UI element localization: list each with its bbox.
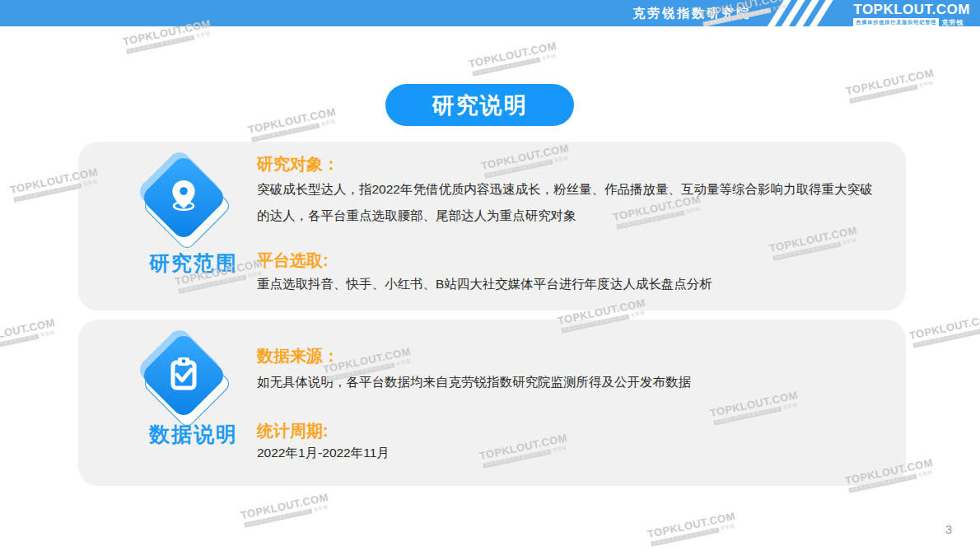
topklout-watermark: TOPKLOUT.COM自媒体价值排行及版权经纪管理克劳锐 [247,106,338,142]
map-pin-icon [162,175,205,217]
map-pin-diamond-icon [138,152,229,243]
topklout-watermark: TOPKLOUT.COM自媒体价值排行及版权经纪管理克劳锐 [468,40,559,77]
logo-brand-text: TOPKLOUT.COM [853,2,970,16]
clipboard-check-diamond-icon [138,330,229,421]
page-title: 研究说明 [385,84,574,126]
card-research-scope: 研究范围 研究对象： 突破成长型达人，指2022年凭借优质内容迅速成长，粉丝量、… [78,142,906,311]
institute-title: 克劳锐指数研究院 [632,6,751,21]
diagonal-stripes-decoration [772,0,822,26]
section-body: 重点选取抖音、快手、小红书、B站四大社交媒体平台进行年度达人成长盘点分析 [257,271,884,297]
topklout-watermark: TOPKLOUT.COM自媒体价值排行及版权经纪管理克劳锐 [240,492,331,528]
clipboard-check-icon [162,353,205,395]
logo-subline: 自媒体价值排行及版权经纪管理 克劳锐 [853,18,970,26]
page-number: 3 [945,522,952,536]
section-heading: 平台选取: [257,250,329,272]
section-heading: 统计周期: [257,420,329,442]
logo-brand-cn: 克劳锐 [941,18,964,26]
topklout-watermark: TOPKLOUT.COM自媒体价值排行及版权经纪管理克劳锐 [908,312,980,348]
section-body: 突破成长型达人，指2022年凭借优质内容迅速成长，粉丝量、作品播放量、互动量等综… [257,176,884,229]
topklout-watermark: TOPKLOUT.COM自媒体价值排行及版权经纪管理克劳锐 [845,68,936,104]
topklout-watermark: TOPKLOUT.COM自媒体价值排行及版权经纪管理克劳锐 [646,511,738,547]
card-label-research-scope: 研究范围 [111,250,276,277]
section-heading: 数据来源： [257,345,339,367]
logo-tagline: 自媒体价值排行及版权经纪管理 [853,18,939,26]
section-body: 2022年1月-2022年11月 [257,440,884,466]
slide-research-notes: 克劳锐指数研究院 TOPKLOUT.COM 自媒体价值排行及版权经纪管理 克劳锐… [0,0,980,551]
topklout-logo: TOPKLOUT.COM 自媒体价值排行及版权经纪管理 克劳锐 [853,2,970,26]
card-data-notes: 数据说明 数据来源： 如无具体说明，各平台数据均来自克劳锐指数研究院监测所得及公… [78,320,906,486]
section-heading: 研究对象： [257,153,339,175]
topklout-watermark: TOPKLOUT.COM自媒体价值排行及版权经纪管理克劳锐 [0,317,58,353]
section-body: 如无具体说明，各平台数据均来自克劳锐指数研究院监测所得及公开发布数据 [257,369,884,395]
card-label-data-notes: 数据说明 [111,421,276,448]
top-header-bar: 克劳锐指数研究院 TOPKLOUT.COM 自媒体价值排行及版权经纪管理 克劳锐 [0,0,980,26]
